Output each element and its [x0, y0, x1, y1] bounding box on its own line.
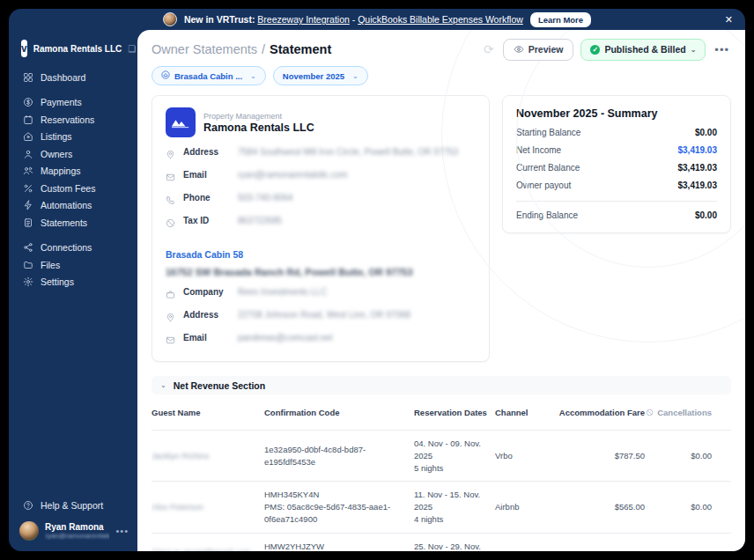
banner-close-icon[interactable]: ✕	[725, 13, 733, 26]
sidebar-item-files[interactable]: Files	[9, 256, 137, 274]
sidebar-item-label: Connections	[41, 242, 92, 253]
sidebar-item-custom-fees[interactable]: Custom Fees	[9, 180, 137, 197]
percent-icon	[22, 182, 33, 194]
org-switcher[interactable]: v Ramona Rentals LLC ❏	[9, 37, 137, 60]
banner-separator: -	[352, 14, 356, 25]
org-logo-icon: v	[21, 40, 27, 57]
table-row[interactable]: Jacklyn Richins 1e32a950-d0bf-4c8d-bd87-…	[152, 431, 731, 482]
sidebar-item-owners[interactable]: Owners	[9, 145, 137, 163]
sidebar-item-settings[interactable]: Settings	[9, 274, 137, 291]
slash-circle-icon	[646, 409, 654, 416]
owner-company-row: Company Rees Investments LLC	[166, 287, 476, 303]
gross-revenue: $787.50	[712, 443, 731, 469]
channel: Airbnb	[495, 545, 550, 551]
sidebar-item-label: Owners	[41, 149, 72, 159]
table-row[interactable]: Clara.m.stuart@gmail.com Clara Stuart HM…	[152, 534, 731, 551]
user-name: Ryan Ramona	[45, 522, 109, 532]
status-dropdown-button[interactable]: ✓ Published & Billed ⌄	[580, 39, 706, 61]
pm-email-row: Email ryan@ramonarentalsllc.com	[166, 170, 476, 186]
home-icon	[22, 131, 33, 143]
guest-name: Jacklyn Richins	[152, 443, 264, 469]
table-row[interactable]: Alex Peterson HMH345KY4NPMS: 05ac8c9e-5d…	[152, 482, 731, 533]
pm-logo-icon	[166, 107, 196, 137]
statement-doc-icon	[22, 217, 33, 228]
learn-more-button[interactable]: Learn More	[530, 12, 591, 27]
listing-link[interactable]: Brasada Cabin 58	[166, 249, 243, 260]
pm-phone-row: Phone 503-740-9064	[166, 193, 476, 209]
preview-button[interactable]: Preview	[503, 39, 574, 61]
summary-row-ending: Ending Balance $0.00	[516, 210, 717, 220]
confirmation-code: HMH345KY4NPMS: 05ac8c9e-5d67-4835-aae1-0…	[264, 482, 414, 532]
banner-link-breezeway[interactable]: Breezeway Integration	[257, 14, 349, 25]
chevron-down-icon: ⌄	[160, 381, 166, 389]
filters-row: Brasada Cabin ... ⌄ November 2025 ⌄	[152, 66, 731, 85]
sidebar-item-statements[interactable]: Statements	[9, 214, 137, 232]
owner-email-row: Email pandrews@comcast.net	[166, 333, 476, 349]
reservation-dates: 04. Nov - 09. Nov. 20255 nights	[414, 431, 495, 481]
sidebar-item-label: Help & Support	[41, 500, 103, 511]
location-pin-icon	[166, 310, 176, 326]
gross-revenue: $1,409.00	[712, 545, 731, 551]
user-menu[interactable]: Ryan Ramona ryan@ramonarentalsllc.c... •…	[9, 514, 137, 551]
briefcase-icon	[166, 287, 176, 303]
listing-filter[interactable]: Brasada Cabin ... ⌄	[152, 66, 266, 85]
property-info-card: Property Management Ramona Rentals LLC A…	[152, 95, 490, 362]
envelope-icon	[166, 333, 176, 349]
reservation-dates: 25. Nov - 29. Nov. 20254 nights	[414, 534, 495, 551]
net-revenue-section-header[interactable]: ⌄ Net Revenue Section	[152, 376, 731, 394]
sidebar-item-connections[interactable]: Connections	[9, 239, 137, 257]
presenter-avatar	[163, 12, 177, 26]
pm-name: Ramona Rentals LLC	[203, 122, 314, 134]
page-header: Owner Statements / Statement ⟳ Preview ✓…	[152, 39, 731, 60]
payments-icon	[22, 97, 33, 108]
summary-row-payout: Owner payout $3,419.03	[516, 181, 717, 190]
user-more-icon[interactable]: •••	[115, 526, 129, 536]
sidebar-item-automations[interactable]: Automations	[9, 197, 137, 215]
summary-divider	[516, 201, 717, 202]
person-icon	[22, 148, 33, 159]
sidebar-item-label: Dashboard	[41, 72, 85, 83]
month-filter-value: November 2025	[283, 71, 344, 81]
sidebar-item-label: Payments	[41, 97, 82, 107]
sidebar-nav: Dashboard Payments Reservations Listings	[9, 69, 137, 291]
user-avatar	[19, 521, 39, 541]
cancellations: $0.00	[645, 545, 712, 551]
org-name: Ramona Rentals LLC	[33, 44, 122, 54]
sidebar-item-help[interactable]: Help & Support	[9, 497, 137, 515]
sidebar-item-reservations[interactable]: Reservations	[9, 111, 137, 129]
sidebar-item-dashboard[interactable]: Dashboard	[9, 69, 137, 86]
collapse-sidebar-icon[interactable]: ❏	[128, 44, 136, 54]
channel: Vrbo	[495, 443, 550, 469]
channel: Airbnb	[495, 494, 550, 520]
sidebar-item-label: Listings	[41, 131, 72, 142]
net-revenue-table-scroll[interactable]: Guest Name Confirmation Code Reservation…	[152, 394, 731, 551]
reservation-dates: 11. Nov - 15. Nov. 20254 nights	[414, 482, 495, 532]
owner-address-row: Address 22708 Johnson Road, West Linn, O…	[166, 310, 476, 326]
chevron-down-icon: ⌄	[352, 72, 359, 80]
sidebar-item-label: Reservations	[41, 114, 94, 125]
more-options-button[interactable]: •••	[713, 43, 731, 56]
accommodation-fare: $787.50	[550, 443, 645, 469]
app-window: New in VRTrust: Breezeway Integration - …	[9, 9, 745, 551]
automations-icon	[22, 200, 33, 211]
status-label: Published & Billed	[604, 44, 685, 55]
pm-taxid-row: Tax ID 863722685	[166, 216, 476, 232]
guest-name: Alex Peterson	[152, 494, 264, 520]
gear-icon	[22, 276, 33, 288]
pm-address-row: Address 7584 Southwest Mill Iron Circle,…	[166, 147, 476, 163]
month-filter[interactable]: November 2025 ⌄	[273, 66, 368, 85]
sidebar-item-mappings[interactable]: Mappings	[9, 163, 137, 181]
refresh-icon[interactable]: ⟳	[484, 42, 494, 56]
confirmation-code: 1e32a950-d0bf-4c8d-bd87-e195fdf5453e	[264, 437, 414, 475]
preview-label: Preview	[529, 44, 564, 55]
net-income-value: $3,419.03	[678, 145, 718, 155]
sidebar-item-label: Settings	[41, 276, 74, 287]
sidebar-item-label: Custom Fees	[41, 183, 95, 194]
breadcrumb-parent[interactable]: Owner Statements	[152, 42, 257, 56]
sidebar-item-listings[interactable]: Listings	[9, 129, 137, 146]
help-icon	[22, 500, 33, 512]
sidebar-item-payments[interactable]: Payments	[9, 94, 137, 112]
page-title: Statement	[270, 42, 331, 56]
banner-link-quickbooks[interactable]: QuickBooks Billable Expenses Workflow	[358, 14, 523, 25]
accommodation-fare: $565.00	[550, 494, 645, 520]
